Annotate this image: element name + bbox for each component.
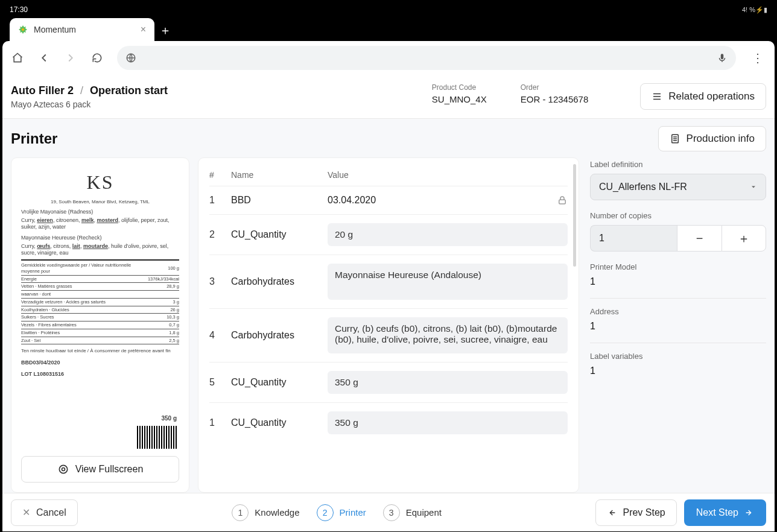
status-time: 17:30 bbox=[10, 5, 28, 14]
production-info-label: Production info bbox=[687, 133, 755, 145]
label-definition-select[interactable]: CU_Allerfens NL-FR bbox=[590, 174, 766, 200]
related-operations-button[interactable]: Related operations bbox=[640, 83, 766, 110]
tab-close-icon[interactable]: × bbox=[141, 24, 146, 35]
printer-model-label: Printer Model bbox=[590, 262, 766, 271]
step-equipent[interactable]: 3 Equipent bbox=[383, 504, 442, 521]
production-info-button[interactable]: Production info bbox=[658, 126, 766, 151]
lock-icon bbox=[552, 195, 568, 206]
device-statusbar: 17:30 4! %⚡▮ bbox=[2, 2, 775, 17]
product-code-label: Product Code bbox=[432, 83, 487, 92]
app-header: Auto Filler 2 / Operation start Mayo Azt… bbox=[2, 75, 775, 119]
forward-icon bbox=[64, 51, 77, 65]
step-label: Knowledge bbox=[255, 507, 299, 518]
preview-sect2: Mayonnaise Heureuse (Recheck) bbox=[21, 235, 179, 242]
svg-point-5 bbox=[59, 465, 67, 473]
preview-keep: Ten minste houdbaar tot einde / À consom… bbox=[21, 348, 179, 354]
label-vars-value: 1 bbox=[590, 366, 766, 376]
table-row: 3 Carbohydrates Mayonnaise Heureuse (And… bbox=[209, 255, 568, 309]
col-header-name: Name bbox=[231, 170, 328, 180]
url-bar[interactable] bbox=[117, 46, 736, 70]
col-header-value: Value bbox=[328, 170, 568, 180]
row-name: BBD bbox=[231, 195, 328, 206]
globe-icon bbox=[125, 52, 136, 63]
arrow-left-icon bbox=[607, 508, 617, 518]
breadcrumb-a[interactable]: Auto Filler 2 bbox=[11, 84, 74, 97]
col-header-num: # bbox=[209, 170, 231, 180]
view-fullscreen-label: View Fullscreen bbox=[75, 464, 144, 475]
reload-icon[interactable] bbox=[90, 51, 104, 65]
row-num: 5 bbox=[209, 377, 231, 388]
cancel-button[interactable]: ✕ Cancel bbox=[11, 499, 78, 526]
prev-step-label: Prev Step bbox=[623, 507, 665, 518]
copies-label: Number of copies bbox=[590, 211, 766, 220]
next-step-button[interactable]: Next Step bbox=[684, 499, 766, 526]
preview-sect1: Vrolijke Mayonaise (Radness) bbox=[21, 209, 179, 216]
step-num: 1 bbox=[232, 504, 249, 521]
row-name: CU_Quantity bbox=[231, 377, 328, 388]
label-preview-card: KS 19, South Beaven, Manor Blvd, Ketzweg… bbox=[11, 157, 189, 493]
back-icon[interactable] bbox=[37, 51, 51, 65]
cancel-label: Cancel bbox=[36, 507, 66, 518]
breadcrumb-sep: / bbox=[77, 84, 87, 97]
row-num: 3 bbox=[209, 276, 231, 287]
table-row: 1 BBD 03.04.2020 bbox=[209, 186, 568, 215]
row-value: 03.04.2020 bbox=[328, 195, 552, 206]
address-value: 1 bbox=[590, 321, 766, 332]
eye-icon bbox=[57, 463, 69, 475]
breadcrumb-b: Operation start bbox=[90, 84, 168, 97]
preview-lot: LOT L108031516 bbox=[21, 371, 179, 378]
next-step-label: Next Step bbox=[696, 507, 738, 518]
svg-point-0 bbox=[22, 28, 24, 31]
browser-toolbar: ⋮ bbox=[2, 41, 775, 75]
home-icon[interactable] bbox=[11, 51, 24, 65]
label-definition-label: Label definition bbox=[590, 160, 766, 169]
document-icon bbox=[670, 133, 680, 144]
footer: ✕ Cancel 1 Knowledge 2 Printer 3 Equipen… bbox=[2, 493, 775, 531]
table-row: 5 CU_Quantity 350 g bbox=[209, 363, 568, 403]
label-vars-label: Label variables bbox=[590, 352, 766, 361]
preview-ingr2: Curry, œufs, citrons, lait, moutarde, hu… bbox=[21, 243, 179, 257]
row-value-input[interactable]: 20 g bbox=[328, 223, 568, 246]
row-num: 4 bbox=[209, 330, 231, 341]
kebab-menu-icon[interactable]: ⋮ bbox=[749, 51, 766, 65]
row-value-input[interactable]: Mayonnaise Heureuse (Andalouse) bbox=[328, 264, 568, 300]
row-value-input[interactable]: 350 g bbox=[328, 371, 568, 394]
new-tab-button[interactable]: ＋ bbox=[154, 19, 176, 41]
svg-point-4 bbox=[62, 468, 65, 471]
row-num: 1 bbox=[209, 195, 231, 206]
row-name: CU_Quantity bbox=[231, 229, 328, 240]
row-name: Carbohydrates bbox=[231, 330, 328, 341]
browser-tabbar: Momentum × ＋ bbox=[2, 17, 775, 41]
product-code-value: SU_MNO_4X bbox=[432, 94, 487, 104]
close-icon: ✕ bbox=[22, 507, 30, 518]
row-value-input[interactable]: Curry, (b) ceufs (b0), citrons, (b) lait… bbox=[328, 317, 568, 353]
table-row: 4 Carbohydrates Curry, (b) ceufs (b0), c… bbox=[209, 309, 568, 363]
list-icon bbox=[652, 91, 662, 102]
browser-tab[interactable]: Momentum × bbox=[10, 18, 154, 41]
step-printer[interactable]: 2 Printer bbox=[317, 504, 366, 521]
step-num: 3 bbox=[383, 504, 400, 521]
label-preview: KS 19, South Beaven, Manor Blvd, Ketzweg… bbox=[21, 168, 179, 450]
printer-model-value: 1 bbox=[590, 276, 766, 287]
copies-minus-button[interactable]: − bbox=[677, 225, 722, 252]
step-label: Equipent bbox=[406, 507, 442, 518]
step-knowledge[interactable]: 1 Knowledge bbox=[232, 504, 299, 521]
mic-icon[interactable] bbox=[717, 52, 728, 63]
table-row: 1 CU_Quantity 350 g bbox=[209, 403, 568, 443]
variables-table: # Name Value 1 BBD 03.04.2020 2 bbox=[198, 157, 579, 493]
step-label: Printer bbox=[340, 507, 366, 518]
preview-nutrition-table: Gemiddelde voedingswaarde per / Valeur n… bbox=[21, 262, 179, 344]
svg-rect-6 bbox=[559, 200, 566, 204]
prev-step-button[interactable]: Prev Step bbox=[595, 499, 676, 526]
view-fullscreen-button[interactable]: View Fullscreen bbox=[21, 456, 179, 483]
row-value-input[interactable]: 350 g bbox=[328, 411, 568, 434]
copies-stepper: 1 − ＋ bbox=[590, 225, 766, 252]
wizard-steps: 1 Knowledge 2 Printer 3 Equipent bbox=[232, 504, 442, 521]
copies-plus-button[interactable]: ＋ bbox=[722, 225, 766, 252]
preview-bbd: BBD03/04/2020 bbox=[21, 359, 179, 367]
row-num: 2 bbox=[209, 229, 231, 240]
preview-address: 19, South Beaven, Manor Blvd, Ketzweg, T… bbox=[21, 199, 179, 205]
svg-rect-2 bbox=[721, 54, 724, 59]
order-value: EOR - 12345678 bbox=[521, 94, 589, 104]
copies-value[interactable]: 1 bbox=[590, 225, 677, 252]
